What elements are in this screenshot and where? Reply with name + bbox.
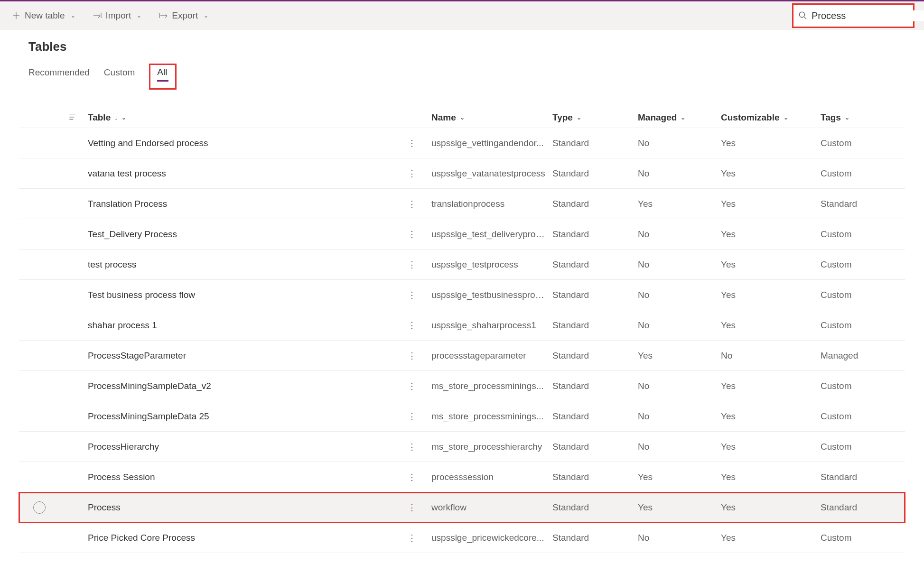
cell-managed: No [638,381,721,391]
cell-table[interactable]: shahar process 1 [85,320,408,331]
new-table-button[interactable]: New table ⌄ [9,8,77,24]
table-row[interactable]: ProcessHierarchy⋮ms_store_processhierarc… [19,432,905,462]
more-vertical-icon[interactable]: ⋮ [408,139,416,148]
search-input[interactable] [812,10,924,21]
column-header-tags[interactable]: Tags ⌄ [821,112,905,123]
row-more-menu[interactable]: ⋮ [408,290,431,300]
more-vertical-icon[interactable]: ⋮ [408,412,416,421]
cell-table[interactable]: Translation Process [85,199,408,209]
row-more-menu[interactable]: ⋮ [408,351,431,361]
cell-table[interactable]: Process [85,502,408,513]
row-more-menu[interactable]: ⋮ [408,533,431,543]
cell-managed: Yes [638,351,721,361]
page-title: Tables [0,30,924,59]
column-header-managed[interactable]: Managed ⌄ [638,112,721,123]
cell-name: uspsslge_shaharprocess1 [431,320,552,331]
more-vertical-icon[interactable]: ⋮ [408,442,416,452]
row-more-menu[interactable]: ⋮ [408,320,431,331]
table-row[interactable]: vatana test process⋮uspsslge_vatanatestp… [19,158,905,189]
table-row[interactable]: ProcessMiningSampleData 25⋮ms_store_proc… [19,401,905,432]
column-header-name-label: Name [431,112,456,123]
chevron-down-icon: ⌄ [681,114,685,121]
more-vertical-icon[interactable]: ⋮ [408,290,416,300]
more-vertical-icon[interactable]: ⋮ [408,533,416,543]
table-row[interactable]: ProcessStageParameter⋮processstageparame… [19,341,905,371]
import-button[interactable]: Import ⌄ [91,8,144,24]
row-more-menu[interactable]: ⋮ [408,259,431,270]
more-vertical-icon[interactable]: ⋮ [408,260,416,269]
table-row[interactable]: Test_Delivery Process⋮uspsslge_test_deli… [19,219,905,250]
tab-all[interactable]: All [149,64,177,90]
cell-customizable: Yes [721,472,821,482]
cell-type: Standard [552,533,638,543]
table-row[interactable]: Test business process flow⋮uspsslge_test… [19,280,905,310]
row-more-menu[interactable]: ⋮ [408,442,431,452]
row-more-menu[interactable]: ⋮ [408,381,431,391]
cell-type: Standard [552,229,638,240]
more-vertical-icon[interactable]: ⋮ [408,169,416,178]
more-vertical-icon[interactable]: ⋮ [408,381,416,391]
row-more-menu[interactable]: ⋮ [408,138,431,148]
export-button[interactable]: Export ⌄ [157,8,210,24]
cell-table[interactable]: Test business process flow [85,290,408,300]
cell-name: ms_store_processminings... [431,381,552,391]
cell-managed: No [638,320,721,331]
table-row[interactable]: ProcessMiningSampleData_v2⋮ms_store_proc… [19,371,905,401]
chevron-down-icon: ⌄ [460,114,465,121]
cell-customizable: Yes [721,381,821,391]
new-table-label: New table [25,10,65,21]
row-more-menu[interactable]: ⋮ [408,168,431,179]
table-row[interactable]: Price Picked Core Process⋮uspsslge_price… [19,523,905,553]
cell-table[interactable]: ProcessStageParameter [85,351,408,361]
cell-name: uspsslge_test_deliveryproc... [431,229,552,240]
cell-tags: Custom [821,290,905,300]
table-row[interactable]: Translation Process⋮translationprocessSt… [19,189,905,219]
cell-tags: Custom [821,259,905,270]
more-vertical-icon[interactable]: ⋮ [408,503,416,512]
row-more-menu[interactable]: ⋮ [408,199,431,209]
cell-type: Standard [552,502,638,513]
cell-table[interactable]: test process [85,259,408,270]
tabs: Recommended Custom All [0,59,924,90]
radio-unchecked-icon[interactable] [33,501,46,514]
cell-table[interactable]: Vetting and Endorsed process [85,138,408,148]
row-more-menu[interactable]: ⋮ [408,229,431,240]
cell-table[interactable]: ProcessHierarchy [85,442,408,452]
cell-managed: No [638,533,721,543]
cell-name: processsession [431,472,552,482]
table-row[interactable]: Process⋮workflowStandardYesYesStandard [19,492,905,523]
tab-recommended[interactable]: Recommended [28,64,90,83]
column-header-customizable[interactable]: Customizable ⌄ [721,112,821,123]
row-more-menu[interactable]: ⋮ [408,472,431,482]
more-vertical-icon[interactable]: ⋮ [408,321,416,330]
column-header-type[interactable]: Type ⌄ [552,112,638,123]
search-box[interactable] [792,3,915,28]
row-more-menu[interactable]: ⋮ [408,411,431,422]
cell-tags: Custom [821,229,905,240]
tab-custom[interactable]: Custom [104,64,135,83]
column-header-table-label: Table [88,112,111,123]
cell-table[interactable]: Price Picked Core Process [85,533,408,543]
cell-table[interactable]: Test_Delivery Process [85,229,408,240]
more-vertical-icon[interactable]: ⋮ [408,351,416,360]
list-sort-icon[interactable] [59,113,85,122]
table-row[interactable]: test process⋮uspsslge_testprocessStandar… [19,250,905,280]
cell-table[interactable]: vatana test process [85,168,408,179]
cell-tags: Custom [821,533,905,543]
table-row[interactable]: Process Session⋮processsessionStandardYe… [19,462,905,492]
column-header-name[interactable]: Name ⌄ [431,112,552,123]
more-vertical-icon[interactable]: ⋮ [408,472,416,482]
table-row[interactable]: Vetting and Endorsed process⋮uspsslge_ve… [19,128,905,158]
column-header-table[interactable]: Table ↓ ⌄ [85,112,408,123]
cell-type: Standard [552,168,638,179]
cell-table[interactable]: ProcessMiningSampleData_v2 [85,381,408,391]
table-row[interactable]: shahar process 1⋮uspsslge_shaharprocess1… [19,310,905,341]
row-select[interactable] [19,501,59,514]
cell-name: uspsslge_testprocess [431,259,552,270]
more-vertical-icon[interactable]: ⋮ [408,199,416,209]
cell-table[interactable]: ProcessMiningSampleData 25 [85,411,408,422]
cell-table[interactable]: Process Session [85,472,408,482]
more-vertical-icon[interactable]: ⋮ [408,230,416,239]
row-more-menu[interactable]: ⋮ [408,502,431,513]
plus-icon [11,11,21,20]
